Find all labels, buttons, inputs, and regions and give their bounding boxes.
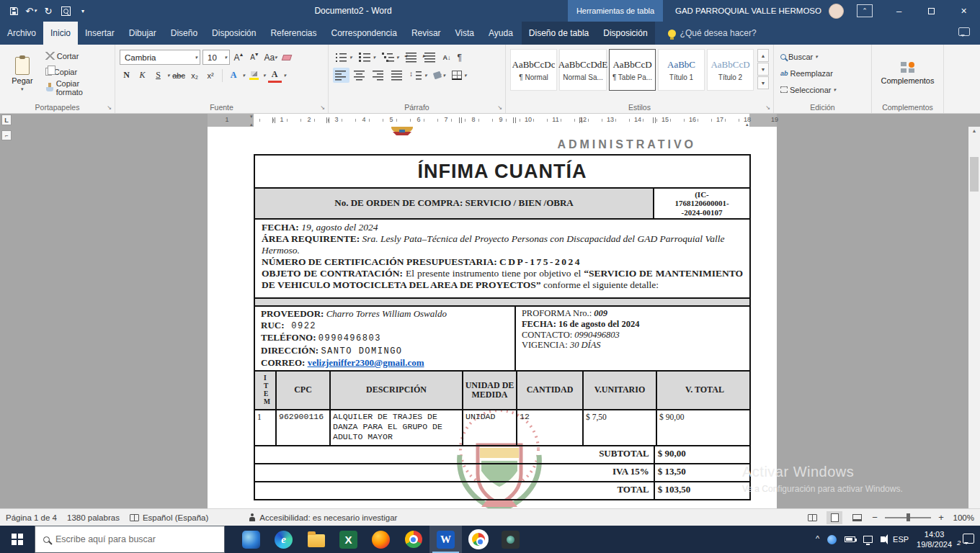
styles-dialog-launcher[interactable]: ↘ (765, 104, 770, 111)
taskbar-chrome[interactable] (397, 526, 429, 553)
purchase-order-table[interactable]: ÍNFIMA CUANTÍA No. DE ORDEN DE COMPRA: S… (254, 154, 751, 500)
taskbar-clock[interactable]: 14:0319/8/2024 (917, 529, 952, 550)
line-spacing-button[interactable]: ▾ (408, 68, 429, 83)
taskbar-app-dark[interactable] (494, 526, 527, 553)
styles-more-button[interactable]: ▼ (757, 76, 769, 89)
align-right-button[interactable] (370, 68, 387, 83)
superscript-button[interactable]: x² (204, 68, 218, 83)
hidden-icons-chevron[interactable]: ^ (816, 534, 819, 543)
minimize-button[interactable]: – (883, 0, 915, 22)
tab-diseno[interactable]: Diseño (164, 22, 205, 45)
volume-icon[interactable] (881, 536, 885, 542)
clear-formatting-button[interactable] (280, 50, 293, 65)
zoom-in-button[interactable]: + (937, 512, 945, 523)
tell-me-box[interactable]: ¿Qué desea hacer? (668, 22, 757, 45)
font-color-button[interactable]: A (268, 68, 282, 83)
multilevel-list-button[interactable]: ▾ (380, 50, 401, 65)
tray-app-icon[interactable] (827, 535, 837, 544)
accessibility-status[interactable]: Accesibilidad: es necesario investigar (249, 513, 397, 522)
numbering-button[interactable]: ▾ (357, 50, 378, 65)
bullets-button[interactable]: ▾ (333, 50, 355, 65)
paste-button[interactable]: Pegar ▾ (4, 48, 40, 100)
tab-revisar[interactable]: Revisar (404, 22, 448, 45)
taskbar-firefox[interactable] (365, 526, 397, 553)
increase-indent-button[interactable] (422, 50, 439, 65)
page-indicator[interactable]: Página 1 de 4 (6, 513, 57, 522)
word-count[interactable]: 1380 palabras (67, 513, 120, 522)
font-name-combo[interactable]: Cambria▾ (120, 50, 200, 65)
column-marker[interactable] (326, 117, 329, 123)
copy-button[interactable]: Copiar (43, 64, 110, 79)
zoom-out-button[interactable]: − (871, 512, 878, 523)
first-line-indent-marker[interactable]: ▾ (250, 114, 253, 119)
column-marker[interactable] (513, 117, 516, 123)
hanging-indent-marker[interactable]: ▴ (250, 122, 253, 127)
notification-center-button[interactable]: 2 (960, 534, 974, 545)
zoom-slider[interactable] (885, 517, 931, 518)
tab-correspondencia[interactable]: Correspondencia (324, 22, 404, 45)
style-table-paragraph[interactable]: AaBbCcD¶ Table Pa... (609, 49, 656, 91)
column-marker[interactable] (459, 117, 462, 123)
close-button[interactable]: × (948, 0, 980, 22)
styles-scroll-up[interactable]: ▲ (757, 49, 769, 62)
tab-disposicion[interactable]: Disposición (205, 22, 263, 45)
replace-button[interactable]: abReemplazar (778, 66, 867, 81)
scroll-up-arrow[interactable]: ▲ (968, 128, 980, 133)
document-page[interactable]: ADMINISTRATIVO ÍNFIMA CUANTÍA No. DE ORD… (208, 127, 777, 508)
tab-inicio[interactable]: Inicio (43, 22, 78, 45)
show-marks-button[interactable]: ¶ (455, 50, 464, 65)
underline-button[interactable]: S (151, 68, 165, 83)
undo-icon[interactable]: ↶▾ (23, 2, 39, 19)
taskbar-app-thumbnail[interactable] (235, 526, 267, 553)
redo-icon[interactable]: ↻ (40, 2, 56, 19)
cut-button[interactable]: Cortar (43, 48, 110, 63)
grow-font-button[interactable]: A▲ (232, 50, 246, 65)
select-button[interactable]: Seleccionar▾ (778, 82, 867, 97)
clipboard-dialog-launcher[interactable]: ↘ (107, 104, 112, 111)
battery-icon[interactable] (845, 536, 855, 542)
read-mode-button[interactable] (804, 511, 820, 524)
style-titulo-1[interactable]: AaBbCTítulo 1 (658, 49, 705, 91)
borders-button[interactable]: ▾ (450, 68, 469, 83)
column-marker[interactable] (272, 117, 275, 123)
change-case-button[interactable]: Aa▾ (264, 50, 277, 65)
align-center-button[interactable] (352, 68, 368, 83)
column-marker[interactable] (579, 117, 582, 123)
bold-button[interactable]: N (120, 68, 133, 83)
shading-button[interactable]: ▾ (432, 68, 448, 83)
right-indent-marker[interactable]: ▴ (746, 122, 749, 127)
style-titulo-2[interactable]: AaBbCcDTítulo 2 (707, 49, 754, 91)
tab-archivo[interactable]: Archivo (0, 22, 43, 45)
sort-button[interactable]: A↓ (441, 50, 453, 65)
tab-selector-box[interactable]: L (1, 114, 12, 125)
text-effects-button[interactable]: A (227, 68, 241, 83)
taskbar-excel[interactable]: X (332, 526, 365, 553)
tab-disposicion-tabla[interactable]: Disposición (596, 22, 654, 45)
account-name[interactable]: GAD PARROQUIAL VALLE HERMOSO (675, 6, 821, 15)
save-icon[interactable] (6, 2, 22, 19)
start-button[interactable] (0, 526, 35, 553)
taskbar-edge[interactable]: e (267, 526, 300, 553)
strikethrough-button[interactable]: abc (172, 68, 186, 83)
tab-diseno-de-tabla[interactable]: Diseño de tabla (522, 22, 596, 45)
addins-icon[interactable] (901, 62, 915, 73)
tab-insertar[interactable]: Insertar (78, 22, 122, 45)
taskbar-search-input[interactable] (55, 534, 200, 544)
web-layout-button[interactable] (849, 511, 865, 524)
network-icon[interactable] (863, 536, 873, 543)
scrollbar-thumb[interactable] (970, 157, 979, 192)
addins-button[interactable]: Complementos (881, 76, 935, 85)
maximize-button[interactable] (915, 0, 948, 22)
document-area[interactable]: ⌐ ADMINISTRATIVO ÍNFIMA CUANTÍA No. DE O… (0, 127, 980, 508)
shrink-font-button[interactable]: A▼ (248, 50, 262, 65)
zoom-tool-icon[interactable] (58, 2, 74, 19)
vertical-scrollbar[interactable]: ▲ (968, 127, 980, 508)
styles-scroll-down[interactable]: ▼ (757, 63, 769, 76)
taskbar-file-explorer[interactable] (300, 526, 332, 553)
italic-button[interactable]: K (135, 68, 149, 83)
email-link[interactable]: velizjeniffer2300@gm­ail.com (308, 357, 424, 368)
print-layout-button[interactable] (827, 511, 842, 524)
zoom-slider-thumb[interactable] (906, 513, 910, 521)
horizontal-ruler[interactable]: L 112345678910111213141516171819 ▾ ▴ ▴ (0, 114, 980, 127)
font-size-combo[interactable]: 10▾ (202, 50, 230, 65)
